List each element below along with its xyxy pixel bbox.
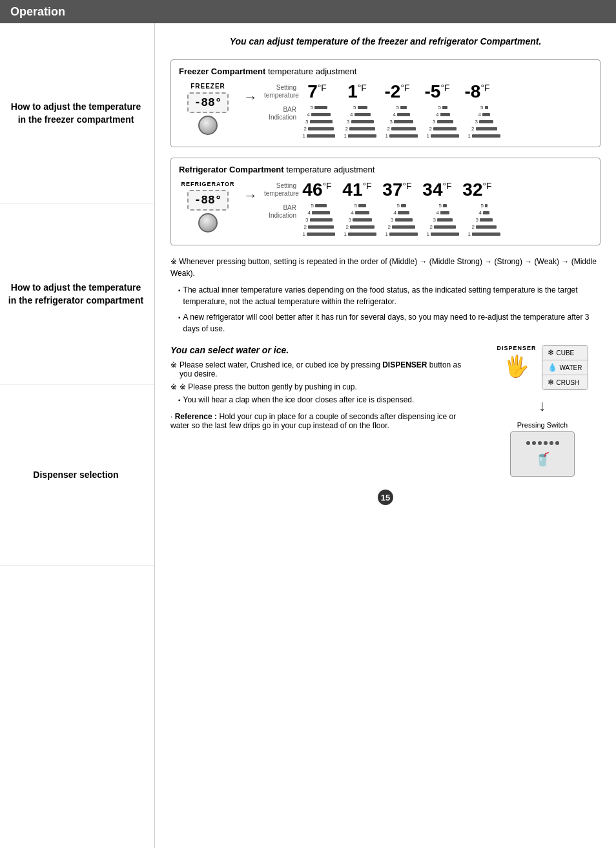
- refrigerator-bar-5: 1 2 3 4 5: [466, 203, 500, 237]
- dispenser-label: DISPENSER: [497, 345, 536, 351]
- refrigerator-bar-1: 1 2 3 4 5: [300, 203, 335, 237]
- refrigerator-temp-values: 46°F 41°F 37°F 34°F 32°F: [300, 181, 494, 199]
- page-number-section: 15: [170, 490, 601, 505]
- freezer-bar-label: BARIndication: [264, 105, 296, 121]
- freezer-header-rest: temperature adjustment: [265, 67, 356, 76]
- dispenser-crush-btn[interactable]: ❄ CRUSH: [542, 375, 588, 389]
- freezer-bar-5: 1 2 3 4 5: [466, 105, 500, 139]
- freezer-header-bold: Freezer Compartment: [179, 67, 265, 76]
- freezer-bar-indicators: 1 2 3 4 5 1 2 3 4: [300, 105, 500, 139]
- refrigerator-header-bold: Refrigerator Compartment: [179, 165, 284, 174]
- dispenser-panel: DISPENSER 🖐 ❄ CUBE 💧 WATER ❄: [497, 345, 588, 390]
- freezer-compartment-header: Freezer Compartment temperature adjustme…: [179, 67, 592, 76]
- water-icon: 💧: [548, 363, 557, 372]
- freezer-bar-3: 1 2 3 4 5: [383, 105, 418, 139]
- note-bullet-1-text: The actual inner temperature varies depe…: [183, 284, 601, 307]
- freezer-setting-label-row: Settingtemperature 7°F 1°F -2°F -5°F -8°…: [264, 83, 592, 101]
- freezer-diagram: FREEZER -88° → Settingtemperature 7°F 1°…: [179, 83, 592, 139]
- page-number: 15: [378, 490, 393, 505]
- pressing-section: Pressing Switch 🥤: [510, 421, 575, 477]
- refrigerator-compartment-header: Refrigerator Compartment temperature adj…: [179, 165, 592, 174]
- refrigerator-bar-label: BARIndication: [264, 203, 296, 220]
- dispenser-note-2: ※ ※ Please press the button gently by pu…: [170, 382, 474, 391]
- refrigerator-bar-indicators: 1 2 3 4 5 1 2 3 4 5: [300, 203, 500, 237]
- freezer-left: FREEZER -88°: [179, 83, 237, 135]
- refrigerator-display: -88°: [187, 190, 228, 211]
- note-bullet-2: A new refrigerator will cool better afte…: [178, 311, 601, 335]
- dispenser-right: DISPENSER 🖐 ❄ CUBE 💧 WATER ❄: [484, 345, 601, 477]
- refrigerator-bar-section: BARIndication 1 2 3 4 5 1 2: [264, 203, 592, 237]
- pressing-label: Pressing Switch: [517, 421, 568, 429]
- refrigerator-knob: [198, 213, 218, 233]
- refrigerator-diagram: REFRIGERATOR -88° → Settingtemperature 4…: [179, 181, 592, 237]
- sidebar-dispenser-section: Dispenser selection: [0, 385, 154, 566]
- reference-box: · Reference : Hold your cup in place for…: [170, 412, 474, 430]
- sidebar-dispenser-title: Dispenser selection: [33, 469, 118, 482]
- refrigerator-setting-label-row: Settingtemperature 46°F 41°F 37°F 34°F 3…: [264, 181, 592, 199]
- note-bullet-1: The actual inner temperature varies depe…: [178, 284, 601, 307]
- crush-label: CRUSH: [557, 379, 580, 386]
- sidebar-refrigerator-section: How to adjust the temperature in the ref…: [0, 204, 154, 385]
- notes-section: ※ Whenever pressing button, setting is r…: [170, 256, 601, 335]
- dispenser-buttons: ❄ CUBE 💧 WATER ❄ CRUSH: [542, 345, 588, 390]
- freezer-bar-1: 1 2 3 4 5: [300, 105, 335, 139]
- dispenser-bullet-1-text: You will hear a clap when the ice door c…: [183, 395, 415, 404]
- dispenser-text: You can select water or ice. ※ Please se…: [170, 345, 474, 477]
- page-header: Operation: [0, 0, 616, 23]
- freezer-label: FREEZER: [190, 83, 225, 90]
- refrigerator-temp-5: 32°F: [460, 181, 494, 199]
- main-content: You can adjust temperature of the freeze…: [155, 23, 616, 848]
- refrigerator-header-rest: temperature adjustment: [284, 165, 375, 174]
- cube-label: CUBE: [557, 349, 575, 357]
- refrigerator-compartment-box: Refrigerator Compartment temperature adj…: [170, 158, 601, 245]
- freezer-temp-settings: Settingtemperature 7°F 1°F -2°F -5°F -8°…: [264, 83, 592, 139]
- freezer-bar-section: BARIndication 1 2 3 4 5: [264, 105, 592, 139]
- freezer-compartment-box: Freezer Compartment temperature adjustme…: [170, 59, 601, 147]
- refrigerator-setting-label: Settingtemperature: [264, 182, 296, 198]
- dispenser-water-btn[interactable]: 💧 WATER: [542, 360, 588, 375]
- asterisk-icon: ※: [170, 360, 177, 369]
- refrigerator-temp-2: 41°F: [340, 181, 374, 199]
- freezer-display: -88°: [187, 92, 228, 113]
- dispenser-note-1: ※ Please select water, Crushed ice, or c…: [170, 360, 474, 378]
- refrigerator-temp-1: 46°F: [300, 181, 334, 199]
- freezer-temp-1: 7°F: [300, 83, 334, 101]
- sidebar-freezer-section: How to adjust the temperature in the fre…: [0, 23, 154, 204]
- refrigerator-bar-3: 1 2 3 4 5: [383, 203, 418, 237]
- dispenser-bullet-1: You will hear a clap when the ice door c…: [178, 395, 474, 404]
- dispenser-title: You can select water or ice.: [170, 345, 474, 355]
- pressing-dots: [526, 441, 559, 445]
- freezer-setting-label: Settingtemperature: [264, 84, 296, 99]
- sidebar-refrigerator-title: How to adjust the temperature in the ref…: [8, 282, 144, 307]
- sidebar-freezer-title: How to adjust the temperature in the fre…: [8, 101, 144, 126]
- pressing-image: 🥤: [510, 431, 575, 477]
- note-asterisk-1: ※ Whenever pressing button, setting is r…: [170, 256, 601, 279]
- freezer-knob: [198, 116, 218, 135]
- dispenser-note-2-text: ※ Please press the button gently by push…: [180, 382, 357, 391]
- intro-title: You can adjust temperature of the freeze…: [170, 36, 601, 47]
- refrigerator-temp-3: 37°F: [380, 181, 414, 199]
- down-arrow-icon: ↓: [539, 397, 546, 415]
- sidebar: How to adjust the temperature in the fre…: [0, 23, 155, 848]
- freezer-temp-2: 1°F: [340, 83, 374, 101]
- dispenser-cube-btn[interactable]: ❄ CUBE: [542, 346, 588, 360]
- freezer-bar-4: 1 2 3 4 5: [424, 105, 459, 139]
- freezer-arrow: →: [243, 89, 258, 106]
- asterisk-icon-2: ※: [170, 382, 177, 391]
- reference-label: Reference :: [175, 412, 217, 421]
- hand-icon: 🖐: [504, 354, 529, 378]
- cup-icon: 🥤: [535, 451, 551, 467]
- crush-icon: ❄: [548, 378, 554, 387]
- refrigerator-temp-settings: Settingtemperature 46°F 41°F 37°F 34°F 3…: [264, 181, 592, 237]
- water-label: WATER: [560, 364, 582, 371]
- refrigerator-arrow: →: [243, 187, 258, 204]
- page-title: Operation: [10, 5, 65, 19]
- freezer-temp-3: -2°F: [380, 83, 414, 101]
- freezer-bar-2: 1 2 3 4 5: [342, 105, 376, 139]
- dispenser-note-1-text: Please select water, Crushed ice, or cub…: [180, 360, 474, 378]
- freezer-temp-values: 7°F 1°F -2°F -5°F -8°F: [300, 83, 494, 101]
- cube-icon: ❄: [548, 348, 554, 357]
- note-asterisk-1-text: ※ Whenever pressing button, setting is r…: [170, 257, 597, 278]
- refrigerator-left: REFRIGERATOR -88°: [179, 181, 237, 233]
- freezer-temp-5: -8°F: [460, 83, 494, 101]
